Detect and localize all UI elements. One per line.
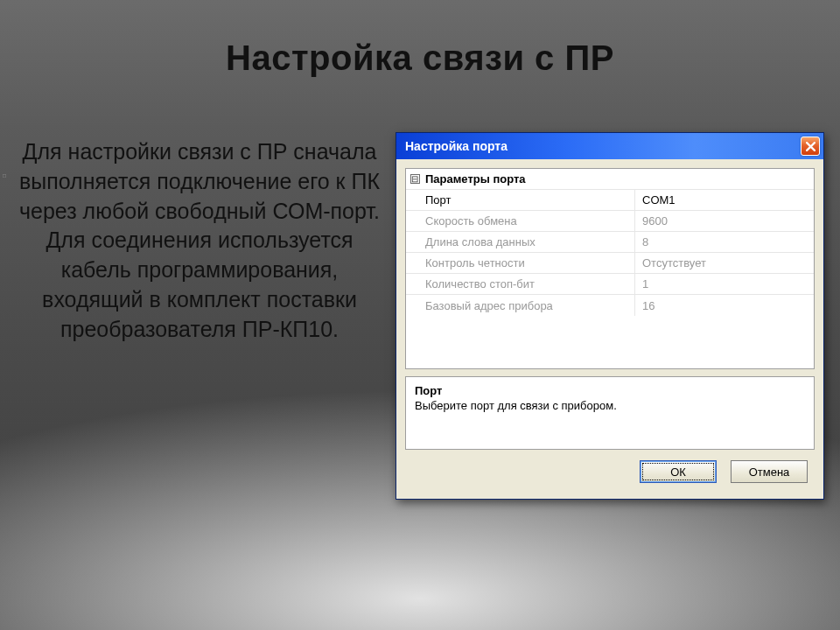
property-row: Контроль четности Отсутствует (406, 253, 814, 274)
help-text: Выберите порт для связи с прибором. (415, 399, 805, 412)
cancel-button[interactable]: Отмена (731, 460, 808, 483)
property-row: Длина слова данных 8 (406, 232, 814, 253)
dialog-title: Настройка порта (405, 139, 508, 153)
content-area: Для настройки связи с ПР сначала выполня… (0, 78, 840, 500)
property-value: Отсутствует (635, 253, 814, 273)
group-label: Параметры порта (424, 169, 814, 189)
property-row: Скорость обмена 9600 (406, 211, 814, 232)
group-header[interactable]: ⊟ Параметры порта (406, 169, 814, 190)
close-icon (806, 142, 816, 151)
property-grid[interactable]: ⊟ Параметры порта Порт COM1 Скорость обм… (405, 168, 815, 369)
property-label: Базовый адрес прибора (424, 295, 635, 316)
property-value: 16 (635, 295, 814, 316)
property-label: Количество стоп-бит (424, 274, 635, 294)
description-text: Для настройки связи с ПР сначала выполня… (16, 132, 383, 344)
property-value: 9600 (635, 211, 814, 231)
property-value: 1 (635, 274, 814, 294)
close-button[interactable] (801, 136, 820, 156)
slide-title: Настройка связи с ПР (0, 0, 840, 78)
property-label: Скорость обмена (424, 211, 635, 231)
property-label: Порт (424, 190, 635, 210)
ok-button[interactable]: ОК (640, 460, 717, 483)
property-value: 8 (635, 232, 814, 252)
dialog-body: ⊟ Параметры порта Порт COM1 Скорость обм… (396, 159, 823, 499)
bullet-marker: ▫ (2, 168, 7, 184)
property-label: Длина слова данных (424, 232, 635, 252)
property-label: Контроль четности (424, 253, 635, 273)
property-row[interactable]: Порт COM1 (406, 190, 814, 211)
help-title: Порт (415, 384, 805, 397)
port-settings-dialog: Настройка порта ⊟ Параметры порта Порт (396, 132, 824, 500)
property-row: Количество стоп-бит 1 (406, 274, 814, 295)
property-value[interactable]: COM1 (635, 190, 814, 210)
property-row: Базовый адрес прибора 16 (406, 295, 814, 316)
titlebar[interactable]: Настройка порта (396, 133, 823, 159)
help-panel: Порт Выберите порт для связи с прибором. (405, 376, 815, 450)
collapse-icon[interactable]: ⊟ (410, 174, 420, 184)
button-row: ОК Отмена (405, 457, 815, 492)
